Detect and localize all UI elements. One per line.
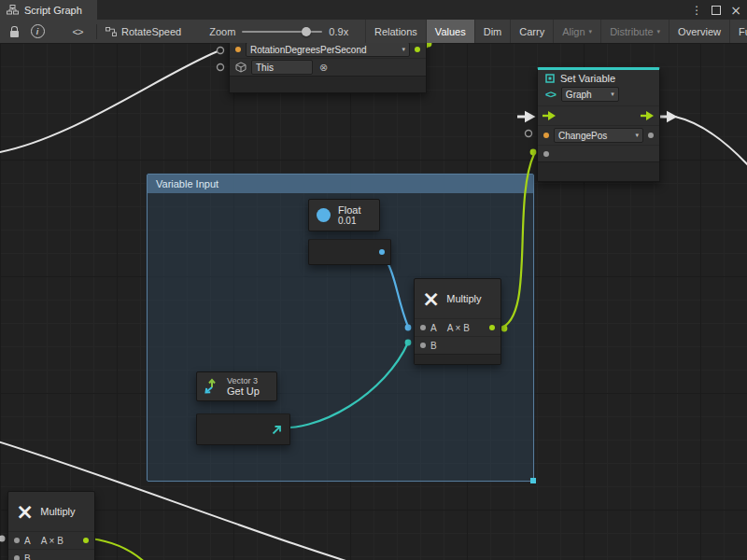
window-menu-icon[interactable]: ⋮ — [691, 4, 702, 17]
tab-script-graph[interactable]: Script Graph — [0, 0, 97, 20]
zoom-slider-handle[interactable] — [302, 27, 311, 36]
result-label: A × B — [41, 536, 63, 546]
port-a-input[interactable] — [14, 538, 20, 543]
flow-out-arrow-icon[interactable] — [641, 110, 655, 121]
port-b-label: B — [24, 553, 31, 560]
close-icon[interactable]: × — [730, 4, 741, 17]
node-type-label: Vector 3 — [227, 376, 260, 385]
port-float-output[interactable] — [379, 249, 385, 255]
graph-canvas[interactable]: Variable Input — [0, 43, 747, 560]
wire-multiply-bottom-output[interactable] — [91, 539, 153, 560]
distribute-button[interactable]: Distribute▾ — [600, 20, 669, 43]
toolbar-separator — [96, 24, 97, 39]
node-vector3-get-up[interactable]: Vector 3 Get Up — [196, 371, 277, 401]
info-icon: i — [31, 24, 45, 38]
node-get-variable[interactable]: RotationDegreesPerSecond ▾ This ⊗ — [229, 43, 427, 93]
vector3-icon — [204, 378, 220, 395]
port-b-input[interactable] — [14, 555, 20, 560]
port-target-outer[interactable] — [218, 64, 224, 71]
chevron-down-icon: ▾ — [657, 28, 661, 35]
zoom-label: Zoom — [209, 26, 235, 37]
wire-flow-out-right[interactable] — [675, 117, 747, 176]
port-a-input[interactable] — [420, 325, 426, 330]
port-a-label: A — [430, 323, 437, 333]
multiply-icon: × — [422, 288, 440, 310]
script-graph-icon — [7, 5, 19, 15]
scope-dropdown[interactable]: Graph ▾ — [561, 87, 619, 102]
zoom-value: 0.9x — [329, 26, 348, 37]
relations-button[interactable]: Relations — [365, 20, 426, 43]
wire-multiply-to-setvariable[interactable] — [500, 154, 534, 329]
port-multiply-bottom-a-outer[interactable] — [0, 536, 6, 542]
port-input-value[interactable] — [543, 151, 549, 157]
lock-icon — [10, 31, 19, 37]
port-multiply-b-outer[interactable] — [405, 340, 412, 346]
node-float[interactable]: Float 0.01 — [308, 199, 380, 231]
node-set-variable[interactable]: Set Variable <> Graph ▾ — [537, 67, 660, 182]
node-float-port-strip[interactable] — [308, 239, 391, 265]
chevron-down-icon: ▾ — [402, 46, 405, 53]
graph-toolbar: i <> RotateSpeed Zoom 0.9x Relations Val… — [0, 20, 747, 44]
dim-button[interactable]: Dim — [474, 20, 511, 43]
node-body-strip — [538, 161, 659, 181]
port-multiply-result-outer[interactable] — [501, 326, 508, 332]
node-body-strip — [415, 354, 500, 364]
port-variable-name-outer[interactable] — [218, 48, 224, 54]
flow-arrow-in-icon[interactable] — [517, 111, 536, 122]
node-vector3-port-strip[interactable] — [196, 413, 290, 445]
node-multiply-bottom[interactable]: × Multiply A A × B B — [7, 491, 95, 560]
carry-button[interactable]: Carry — [510, 20, 553, 43]
toolbar-buttons: Relations Values Dim Carry Align▾ Distri… — [365, 20, 747, 43]
port-value-output[interactable] — [415, 47, 420, 52]
values-button[interactable]: Values — [426, 20, 474, 43]
target-field[interactable]: This — [251, 60, 313, 75]
lock-icon-button[interactable] — [7, 24, 21, 39]
port-multiply-a-outer[interactable] — [405, 325, 412, 331]
variable-glyph-icon: <> — [545, 89, 556, 100]
align-button[interactable]: Align▾ — [553, 20, 600, 43]
port-result-output[interactable] — [489, 325, 495, 330]
get-up-arrow-icon — [271, 424, 283, 436]
chevron-down-icon: ▾ — [589, 28, 593, 35]
port-result-output[interactable] — [83, 538, 89, 543]
node-body-strip — [230, 76, 426, 92]
chevron-down-icon: ▾ — [635, 132, 639, 139]
gameobject-cube-icon — [235, 62, 247, 73]
node-title: Set Variable — [560, 73, 615, 84]
node-title: Get Up — [227, 385, 260, 397]
variable-name-dropdown[interactable]: RotationDegreesPerSecond ▾ — [246, 43, 410, 57]
code-view-button[interactable]: <> — [70, 24, 85, 39]
float-type-icon — [317, 208, 331, 222]
port-setvariable-value-outer[interactable] — [530, 149, 537, 156]
chevron-down-icon: ▾ — [611, 91, 614, 98]
port-variable-kind[interactable] — [543, 133, 549, 138]
result-label: A × B — [447, 323, 470, 333]
code-icon: <> — [73, 26, 83, 37]
target-label: This — [256, 63, 274, 73]
port-output-value[interactable] — [648, 133, 654, 138]
flow-arrow-out-icon[interactable] — [659, 111, 678, 122]
window-controls: ⋮ × — [691, 0, 741, 20]
graph-name[interactable]: RotateSpeed — [106, 26, 181, 37]
node-multiply-center[interactable]: × Multiply A A × B B — [414, 278, 501, 365]
port-a-label: A — [24, 536, 31, 546]
float-value[interactable]: 0.01 — [338, 216, 360, 226]
flow-in-arrow-icon[interactable] — [543, 110, 557, 121]
multiply-icon: × — [16, 501, 34, 523]
full-screen-button[interactable]: Full Screen — [729, 20, 747, 43]
maximize-icon[interactable] — [712, 6, 721, 15]
tab-title: Script Graph — [24, 5, 82, 16]
port-b-input[interactable] — [420, 343, 426, 348]
zoom-slider[interactable] — [242, 31, 322, 33]
script-graph-window: Script Graph ⋮ × i <> RotateSpeed Zoom — [0, 0, 747, 560]
info-icon-button[interactable]: i — [30, 24, 45, 39]
title-bar: Script Graph ⋮ × — [0, 0, 747, 20]
remove-target-icon[interactable]: ⊗ — [319, 62, 328, 74]
overview-button[interactable]: Overview — [669, 20, 729, 43]
variable-name-dropdown[interactable]: ChangePos ▾ — [554, 128, 643, 143]
port-setvariable-name-outer[interactable] — [526, 131, 532, 137]
port-variable-kind[interactable] — [235, 47, 241, 52]
node-title: Multiply — [446, 293, 481, 304]
node-title: Float — [338, 204, 360, 216]
variable-name: ChangePos — [558, 131, 607, 141]
